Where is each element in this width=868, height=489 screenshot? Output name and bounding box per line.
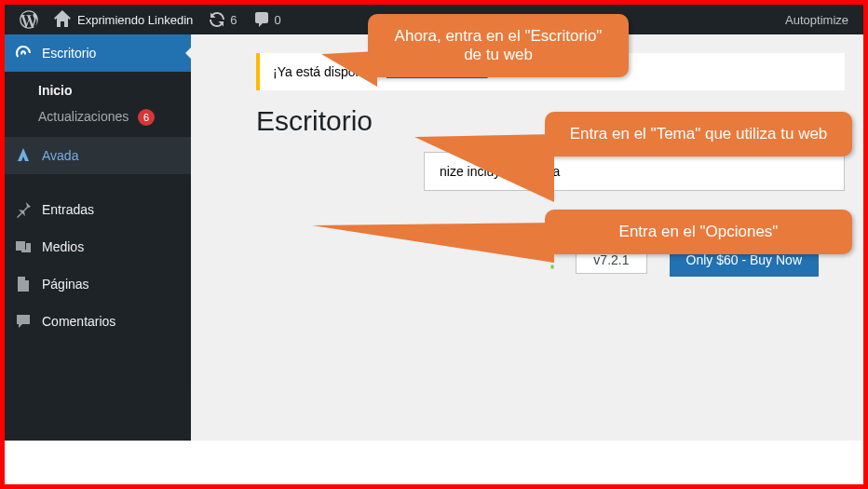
site-name: Exprimiendo Linkedin: [77, 13, 193, 27]
updates-link[interactable]: 6: [200, 5, 244, 34]
comment-icon: [14, 312, 33, 331]
updates-label: Actualizaciones: [38, 109, 129, 124]
refresh-icon: [208, 10, 226, 29]
menu-label: Entradas: [42, 202, 94, 217]
sidebar-item-dashboard[interactable]: Escritorio: [5, 34, 191, 72]
home-icon: [53, 10, 72, 29]
dashboard-icon: [14, 44, 33, 62]
menu-label: Comentarios: [42, 314, 115, 329]
sidebar-item-media[interactable]: Medios: [5, 228, 191, 265]
comments-link[interactable]: 0: [245, 5, 289, 34]
callout-tail-icon: [414, 134, 554, 202]
autoptimize-link[interactable]: Autoptimize: [778, 5, 856, 34]
sidebar-item-comments[interactable]: Comentarios: [5, 303, 191, 340]
sidebar-sub-updates[interactable]: Actualizaciones 6: [5, 103, 191, 131]
comments-count: 0: [275, 13, 281, 27]
callout-text: Ahora, entra en el "Escritorio" de tu we…: [395, 27, 603, 63]
callout-text: Entra en el "Opciones": [619, 223, 779, 240]
sidebar-item-pages[interactable]: Páginas: [5, 265, 191, 303]
pin-icon: [14, 200, 33, 219]
callout-tail-icon: [321, 51, 377, 87]
annotation-callout-dashboard: Ahora, entra en el "Escritorio" de tu we…: [368, 14, 629, 77]
wp-logo-icon[interactable]: [12, 5, 46, 34]
sidebar-item-posts[interactable]: Entradas: [5, 191, 191, 228]
page-icon: [14, 275, 33, 293]
updates-badge: 6: [138, 109, 155, 126]
menu-label: Escritorio: [42, 46, 96, 61]
site-home-link[interactable]: Exprimiendo Linkedin: [46, 5, 200, 34]
menu-label: Avada: [42, 148, 78, 163]
admin-sidebar: Escritorio Inicio Actualizaciones 6 Avad…: [5, 34, 191, 441]
updates-count: 6: [230, 13, 237, 27]
callout-tail-icon: [312, 223, 554, 263]
autoptimize-label: Autoptimize: [785, 13, 848, 27]
sidebar-item-avada[interactable]: Avada: [5, 137, 191, 174]
menu-label: Páginas: [42, 277, 89, 292]
avada-icon: [14, 146, 33, 165]
callout-text: Entra en el "Tema" que utiliza tu web: [570, 125, 828, 143]
menu-label: Medios: [42, 239, 84, 254]
media-icon: [14, 238, 33, 256]
annotation-callout-theme: Entra en el "Tema" que utiliza tu web: [545, 112, 852, 156]
annotation-callout-options: Entra en el "Opciones": [545, 210, 852, 254]
dashboard-submenu: Inicio Actualizaciones 6: [5, 72, 191, 137]
sidebar-sub-home[interactable]: Inicio: [5, 77, 191, 103]
comment-icon: [252, 10, 271, 29]
